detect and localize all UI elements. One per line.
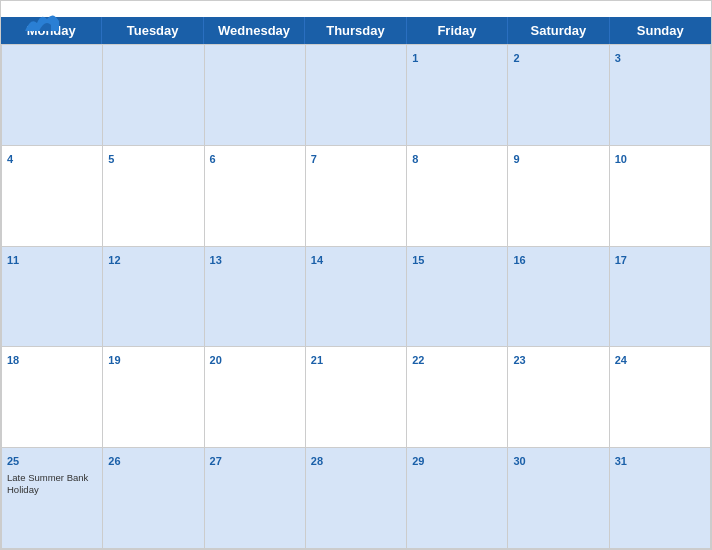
date-number: 19	[108, 354, 120, 366]
cal-cell: 2	[508, 45, 609, 146]
date-number: 17	[615, 254, 627, 266]
date-number: 24	[615, 354, 627, 366]
date-number: 8	[412, 153, 418, 165]
cal-cell: 19	[103, 347, 204, 448]
date-number: 21	[311, 354, 323, 366]
day-header-thursday: Thursday	[305, 17, 406, 44]
cal-cell: 9	[508, 146, 609, 247]
event-text: Late Summer Bank Holiday	[7, 472, 97, 497]
date-number: 5	[108, 153, 114, 165]
cal-cell: 23	[508, 347, 609, 448]
cal-cell: 4	[2, 146, 103, 247]
date-number: 10	[615, 153, 627, 165]
date-number: 16	[513, 254, 525, 266]
date-number: 28	[311, 455, 323, 467]
date-number: 6	[210, 153, 216, 165]
cal-cell: 11	[2, 247, 103, 348]
date-number: 4	[7, 153, 13, 165]
cal-cell: 22	[407, 347, 508, 448]
cal-cell: 30	[508, 448, 609, 549]
date-number: 29	[412, 455, 424, 467]
cal-cell: 1	[407, 45, 508, 146]
day-header-tuesday: Tuesday	[102, 17, 203, 44]
date-number: 15	[412, 254, 424, 266]
date-number: 22	[412, 354, 424, 366]
date-number: 30	[513, 455, 525, 467]
date-number: 7	[311, 153, 317, 165]
calendar-wrapper: MondayTuesdayWednesdayThursdayFridaySatu…	[0, 0, 712, 550]
date-number: 26	[108, 455, 120, 467]
day-header-saturday: Saturday	[508, 17, 609, 44]
cal-cell: 17	[610, 247, 711, 348]
calendar-grid: 1234567891011121314151617181920212223242…	[1, 44, 711, 549]
cal-cell	[2, 45, 103, 146]
cal-cell: 31	[610, 448, 711, 549]
cal-cell: 6	[205, 146, 306, 247]
date-number: 23	[513, 354, 525, 366]
cal-cell: 8	[407, 146, 508, 247]
day-header-friday: Friday	[407, 17, 508, 44]
cal-cell: 20	[205, 347, 306, 448]
cal-cell: 25Late Summer Bank Holiday	[2, 448, 103, 549]
day-header-sunday: Sunday	[610, 17, 711, 44]
date-number: 18	[7, 354, 19, 366]
cal-cell: 15	[407, 247, 508, 348]
cal-cell: 28	[306, 448, 407, 549]
cal-cell: 5	[103, 146, 204, 247]
cal-cell: 13	[205, 247, 306, 348]
day-header-wednesday: Wednesday	[204, 17, 305, 44]
cal-cell: 29	[407, 448, 508, 549]
date-number: 3	[615, 52, 621, 64]
date-number: 1	[412, 52, 418, 64]
date-number: 31	[615, 455, 627, 467]
cal-cell: 16	[508, 247, 609, 348]
date-number: 9	[513, 153, 519, 165]
cal-cell	[306, 45, 407, 146]
date-number: 13	[210, 254, 222, 266]
cal-cell: 10	[610, 146, 711, 247]
cal-cell: 14	[306, 247, 407, 348]
cal-cell: 27	[205, 448, 306, 549]
date-number: 2	[513, 52, 519, 64]
cal-cell: 24	[610, 347, 711, 448]
cal-cell	[205, 45, 306, 146]
cal-cell	[103, 45, 204, 146]
cal-cell: 7	[306, 146, 407, 247]
date-number: 27	[210, 455, 222, 467]
cal-cell: 21	[306, 347, 407, 448]
days-header: MondayTuesdayWednesdayThursdayFridaySatu…	[1, 17, 711, 44]
date-number: 14	[311, 254, 323, 266]
cal-cell: 12	[103, 247, 204, 348]
cal-cell: 26	[103, 448, 204, 549]
cal-cell: 3	[610, 45, 711, 146]
calendar-header	[1, 1, 711, 17]
date-number: 25	[7, 455, 19, 467]
cal-cell: 18	[2, 347, 103, 448]
date-number: 20	[210, 354, 222, 366]
date-number: 12	[108, 254, 120, 266]
date-number: 11	[7, 254, 19, 266]
logo	[17, 9, 21, 29]
